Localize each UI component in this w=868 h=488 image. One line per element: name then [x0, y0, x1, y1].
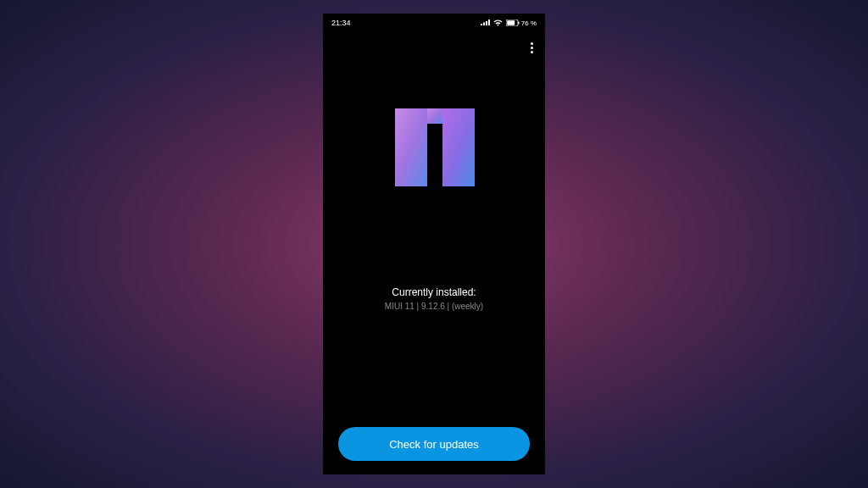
- battery-percent: 76 %: [521, 19, 537, 27]
- signal-icon: [481, 19, 490, 26]
- status-bar: 21:34 76 %: [323, 14, 545, 32]
- main-content: Currently installed: MIUI 11 | 9.12.6 | …: [323, 63, 545, 427]
- status-time: 21:34: [331, 19, 351, 27]
- version-value: MIUI 11 | 9.12.6 | (weekly): [385, 302, 483, 311]
- phone-frame: 21:34 76 %: [323, 14, 545, 474]
- check-updates-button[interactable]: Check for updates: [338, 427, 530, 461]
- toolbar: [323, 32, 545, 63]
- status-right: 76 %: [481, 19, 537, 27]
- version-block: Currently installed: MIUI 11 | 9.12.6 | …: [385, 286, 483, 311]
- svg-rect-4: [442, 108, 475, 186]
- battery-icon: [506, 19, 520, 26]
- svg-rect-2: [518, 22, 519, 25]
- version-label: Currently installed:: [385, 286, 483, 298]
- svg-rect-3: [395, 108, 427, 186]
- button-area: Check for updates: [323, 427, 545, 474]
- wifi-icon: [493, 19, 503, 26]
- miui-logo: [392, 108, 476, 186]
- battery-indicator: 76 %: [506, 19, 537, 27]
- svg-rect-1: [507, 20, 515, 25]
- more-icon[interactable]: [531, 42, 533, 53]
